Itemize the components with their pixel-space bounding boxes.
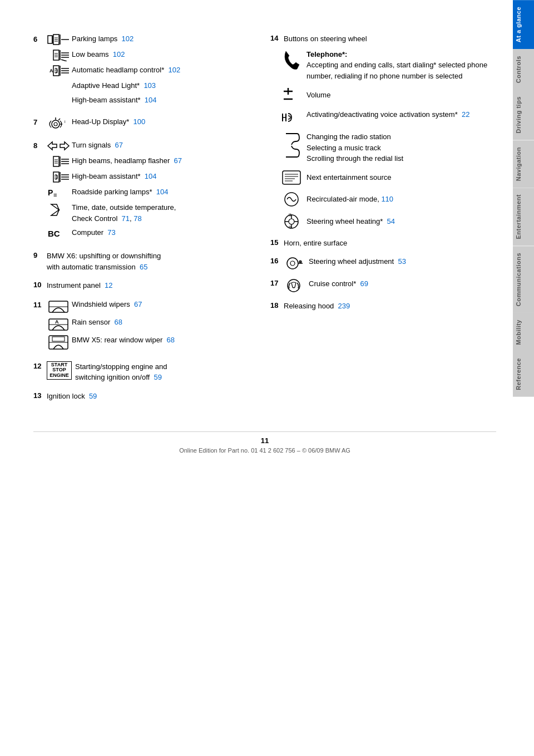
section-9-ref[interactable]: 65 — [140, 263, 147, 271]
svg-point-26 — [52, 120, 60, 128]
section-7: 7 — [33, 116, 259, 132]
section-8: 8 Turn signals 67 — [33, 140, 259, 243]
section-number-7: 7 — [33, 117, 44, 128]
section-number-13: 13 — [33, 391, 44, 400]
time-date-ref2[interactable]: 78 — [134, 214, 141, 223]
rear-window-wiper-ref[interactable]: 68 — [167, 336, 175, 344]
section-16: 16 Steering wheel adjustment — [270, 256, 496, 271]
low-beams-ref[interactable]: 102 — [113, 50, 125, 58]
sidebar-tab-entertainment[interactable]: Entertainment — [513, 188, 534, 246]
rain-sensor-ref[interactable]: 68 — [115, 318, 122, 326]
high-beams-ref[interactable]: 67 — [174, 156, 182, 165]
section-6: 6 — [33, 33, 259, 109]
sidebar-tab-driving-tips[interactable]: Driving tips — [513, 90, 534, 140]
section-9: 9 BMW X6: upshifting or downshiftingwith… — [33, 251, 259, 272]
high-beam-assist-icon — [47, 171, 72, 183]
entertainment-source-icon — [281, 170, 306, 185]
time-date-ref1[interactable]: 71 — [122, 214, 130, 223]
section-number-6: 6 — [33, 34, 44, 45]
svg-rect-0 — [48, 36, 52, 43]
section-number-17: 17 — [270, 279, 281, 287]
steering-wheel-heating-ref[interactable]: 54 — [387, 217, 395, 225]
svg-line-30 — [58, 119, 60, 120]
section-number-9: 9 — [33, 251, 44, 259]
steering-wheel-heating-text: Steering wheel heating* 54 — [306, 216, 496, 227]
section-17-ref[interactable]: 69 — [360, 279, 368, 288]
telephone-icon — [281, 49, 306, 71]
telephone-text: Telephone*:Accepting and ending calls, s… — [306, 49, 496, 82]
section-14-header: Buttons on steering wheel — [284, 33, 496, 45]
voice-activation-ref[interactable]: 22 — [462, 110, 469, 119]
auto-headlamp-ref[interactable]: 102 — [168, 66, 180, 74]
recirculated-air-ref[interactable]: 110 — [381, 195, 393, 203]
turn-signals-ref[interactable]: 67 — [115, 141, 123, 149]
section-number-18: 18 — [270, 301, 281, 310]
section-13: 13 Ignition lock 59 — [33, 391, 259, 402]
radio-station-icon — [281, 131, 306, 159]
radio-station-text: Changing the radio stationSelecting a mu… — [306, 131, 496, 164]
steering-wheel-heating-icon: ❊ ❊ — [281, 213, 306, 230]
windshield-wipers-icon — [47, 299, 72, 313]
hud-ref[interactable]: 100 — [134, 117, 146, 126]
section-10-text: Instrument panel 12 — [47, 280, 259, 291]
svg-text:❊: ❊ — [288, 213, 292, 218]
recirculated-air-icon — [281, 191, 306, 208]
computer-ref[interactable]: 73 — [107, 228, 115, 237]
time-date-text: Time, date, outside temperature,Check Co… — [72, 202, 182, 224]
high-beams-icon — [47, 155, 72, 168]
section-18-text: Releasing hood 239 — [284, 301, 496, 312]
adaptive-headlight-ref[interactable]: 103 — [144, 81, 156, 90]
section-12: 12 STARTSTOPENGINE Starting/stopping eng… — [33, 361, 259, 383]
section-number-12: 12 — [33, 362, 44, 370]
section-number-11: 11 — [33, 300, 44, 311]
auto-headlamp-icon: A — [47, 65, 72, 77]
copyright-text: Online Edition for Part no. 01 41 2 602 … — [33, 447, 496, 454]
section-16-ref[interactable]: 53 — [398, 257, 406, 266]
turn-signals-icon — [47, 140, 72, 152]
sidebar-tab-reference[interactable]: Reference — [513, 351, 534, 397]
svg-text:BC: BC — [48, 229, 60, 238]
section-11: 11 Win — [33, 299, 259, 354]
cruise-control-icon — [284, 278, 309, 293]
parking-lamps-icon — [47, 33, 72, 46]
sidebar-tab-communications[interactable]: Communications — [513, 246, 534, 313]
volume-text: Volume — [306, 90, 496, 101]
entertainment-source-text: Next entertainment source — [306, 172, 496, 183]
footer: 11 Online Edition for Part no. 01 41 2 6… — [33, 431, 496, 454]
svg-marker-52 — [51, 204, 59, 210]
rain-sensor-icon: A — [47, 317, 72, 331]
windshield-wipers-text: Windshield wipers 67 — [72, 299, 175, 310]
section-10-ref[interactable]: 12 — [105, 281, 112, 289]
section-12-ref[interactable]: 59 — [154, 373, 161, 381]
svg-text:i: i — [65, 120, 66, 124]
section-18: 18 Releasing hood 239 — [270, 301, 496, 312]
sidebar-tab-at-a-glance[interactable]: At a glance — [513, 0, 534, 49]
high-beam-assistant-ref-6[interactable]: 104 — [145, 96, 157, 104]
low-beams-icon — [47, 49, 72, 61]
section-17: 17 Cruise control* 69 — [270, 278, 496, 293]
parking-lamps-ref[interactable]: 102 — [122, 35, 134, 43]
svg-point-84 — [290, 261, 295, 266]
turn-signals-text: Turn signals 67 — [72, 140, 182, 151]
section-13-text: Ignition lock 59 — [47, 391, 259, 402]
svg-point-76 — [289, 219, 294, 224]
sidebar-tab-mobility[interactable]: Mobility — [513, 313, 534, 352]
computer-text: Computer 73 — [72, 227, 182, 238]
svg-text:❊: ❊ — [288, 225, 292, 230]
steering-wheel-adjust-icon — [284, 256, 309, 271]
roadside-parking-ref[interactable]: 104 — [156, 188, 169, 196]
computer-icon: BC — [47, 227, 72, 239]
parking-lamps-text: Parking lamps 102 — [72, 33, 180, 45]
voice-activation-icon — [281, 109, 306, 126]
section-14: 14 Buttons on steering wheel Telephone*:… — [270, 33, 496, 230]
high-beams-text: High beams, headlamp flasher 67 — [72, 155, 182, 166]
section-9-text: BMW X6: upshifting or downshiftingwith a… — [47, 251, 259, 272]
time-date-icon — [47, 202, 72, 218]
section-13-ref[interactable]: 59 — [89, 392, 97, 400]
sidebar-tab-controls[interactable]: Controls — [513, 49, 534, 90]
windshield-wipers-ref[interactable]: 67 — [134, 300, 142, 308]
sidebar-tab-navigation[interactable]: Navigation — [513, 140, 534, 188]
svg-text:A: A — [55, 319, 59, 325]
section-18-ref[interactable]: 239 — [338, 302, 350, 310]
high-beam-assist-ref[interactable]: 104 — [145, 172, 157, 180]
